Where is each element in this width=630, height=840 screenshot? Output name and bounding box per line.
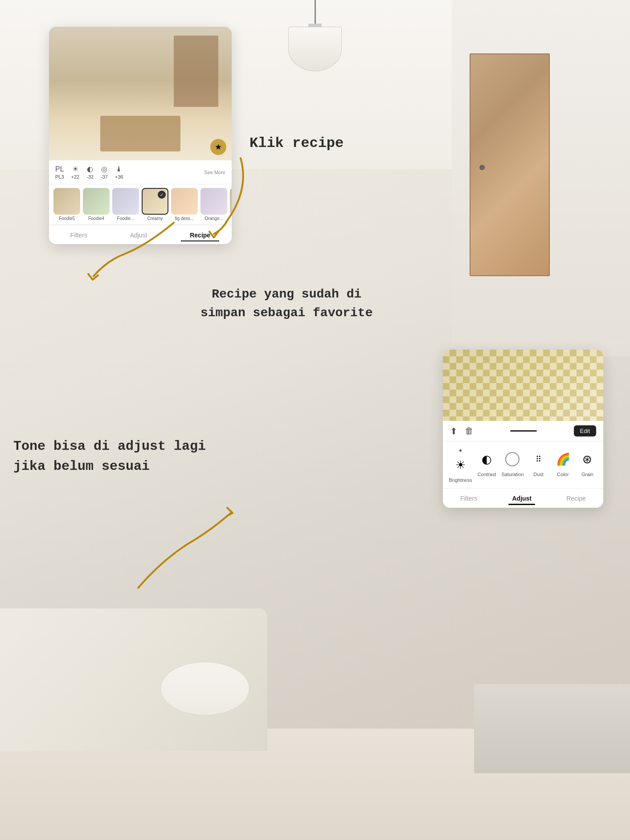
edit-button[interactable]: Edit [574, 425, 596, 436]
color-label: Color [557, 472, 569, 477]
pl-value: PL3 [55, 174, 64, 179]
bottom-tab-underline [508, 504, 535, 505]
divider-line [510, 430, 537, 432]
control-contrast: ◐ -32 [86, 165, 94, 179]
circle-value: -37 [101, 174, 108, 179]
color-icon: 🌈 [553, 449, 573, 469]
bottom-card-tabs: Filters Adjust Recipe [443, 489, 603, 508]
tool-dust[interactable]: ⠿ Dust [529, 449, 548, 483]
tool-contrast[interactable]: ◐ Contrast [477, 449, 496, 483]
thumb-foodie[interactable]: Foodie... [112, 188, 139, 221]
room-lamp [288, 0, 342, 71]
dust-icon: ⠿ [529, 449, 548, 469]
bottom-tab-adjust-container: Adjust [503, 493, 540, 505]
saturation-label: Saturation [501, 472, 524, 477]
bottom-card-header: ⬆ 🗑 Edit [443, 421, 603, 441]
room-door [470, 53, 550, 276]
temp-icon: 🌡 [115, 165, 123, 173]
share-icon[interactable]: ⬆ [450, 426, 458, 436]
control-temp: 🌡 +36 [115, 165, 123, 179]
brightness-label: Brightness [449, 477, 472, 483]
photo-dining-table [100, 116, 180, 151]
recipe-saved-text: Recipe yang sudah disimpan sebagai favor… [200, 287, 372, 320]
brightness-icon-bottom: ☀ [450, 455, 470, 475]
adjust-tools: ☀ Brightness ◐ Contrast Saturation ⠿ Dus… [443, 441, 603, 489]
circle-icon: ◎ [101, 165, 107, 173]
adjust-card: ⬆ 🗑 Edit ☀ Brightness ◐ Contrast Saturat… [443, 350, 603, 508]
arrow-recipe-to-thumb [80, 218, 178, 298]
thumb-img-creamy: ✓ [142, 188, 168, 215]
control-pl: PL PL3 [55, 165, 64, 179]
temp-value: +36 [115, 174, 123, 179]
coffee-table [160, 662, 250, 715]
contrast-icon: ◐ [87, 165, 93, 173]
control-circle: ◎ -37 [101, 165, 108, 179]
card-photo: ★ [49, 27, 232, 160]
lamp-shade [288, 27, 342, 71]
tool-grain[interactable]: ⊛ Grain [577, 449, 597, 483]
tool-brightness[interactable]: ☀ Brightness [449, 449, 472, 483]
thumb-creamy[interactable]: ✓ Creamy [142, 188, 168, 221]
tool-saturation[interactable]: Saturation [501, 449, 524, 483]
favorite-badge[interactable]: ★ [210, 139, 226, 155]
grain-icon: ⊛ [577, 449, 597, 469]
thumb-img-foodie4 [83, 188, 110, 215]
tv-stand [474, 684, 630, 773]
brightness-icon: ☀ [72, 165, 78, 173]
photo-shelf [174, 36, 218, 107]
bottom-tab-adjust[interactable]: Adjust [503, 493, 540, 504]
grain-label: Grain [581, 472, 593, 477]
contrast-label: Contrast [478, 472, 496, 477]
thumb-img-foodie [112, 188, 139, 215]
contrast-icon-bottom: ◐ [477, 449, 496, 469]
annotation-tone-adjust: Tone bisa di adjust lagijika belum sesua… [13, 436, 206, 477]
annotation-klik-recipe: Klik recipe [250, 134, 344, 154]
brightness-dot [459, 449, 462, 452]
checkered-bg [443, 350, 603, 421]
trash-icon[interactable]: 🗑 [465, 426, 474, 436]
contrast-value: -32 [86, 174, 94, 179]
annotation-recipe-saved: Recipe yang sudah disimpan sebagai favor… [200, 285, 372, 322]
pl-icon: PL [55, 165, 64, 173]
thumb-check-creamy: ✓ [158, 191, 166, 199]
klik-recipe-text: Klik recipe [250, 135, 344, 151]
bottom-tab-filters[interactable]: Filters [451, 493, 486, 505]
saturation-icon [505, 452, 520, 466]
control-brightness: ☀ +22 [71, 165, 80, 179]
thumb-img-foodie5 [53, 188, 80, 215]
door-handle [479, 165, 485, 170]
bottom-card-photo [443, 350, 603, 421]
bottom-tab-recipe[interactable]: Recipe [557, 493, 595, 505]
thumb-label-foodie5: Foodie5 [59, 216, 75, 221]
photo-sim [49, 27, 232, 160]
thumb-foodie4[interactable]: Foodie4 [83, 188, 110, 221]
arrow-tone-to-adjust [129, 503, 241, 592]
brightness-value: +22 [71, 174, 80, 179]
thumb-foodie5[interactable]: Foodie5 [53, 188, 80, 221]
arrow-klik-recipe [169, 154, 258, 243]
tool-color[interactable]: 🌈 Color [553, 449, 573, 483]
lamp-cord [315, 0, 316, 27]
tone-adjust-text: Tone bisa di adjust lagijika belum sesua… [13, 439, 206, 474]
header-icons: ⬆ 🗑 [450, 426, 474, 436]
dust-label: Dust [533, 472, 544, 477]
